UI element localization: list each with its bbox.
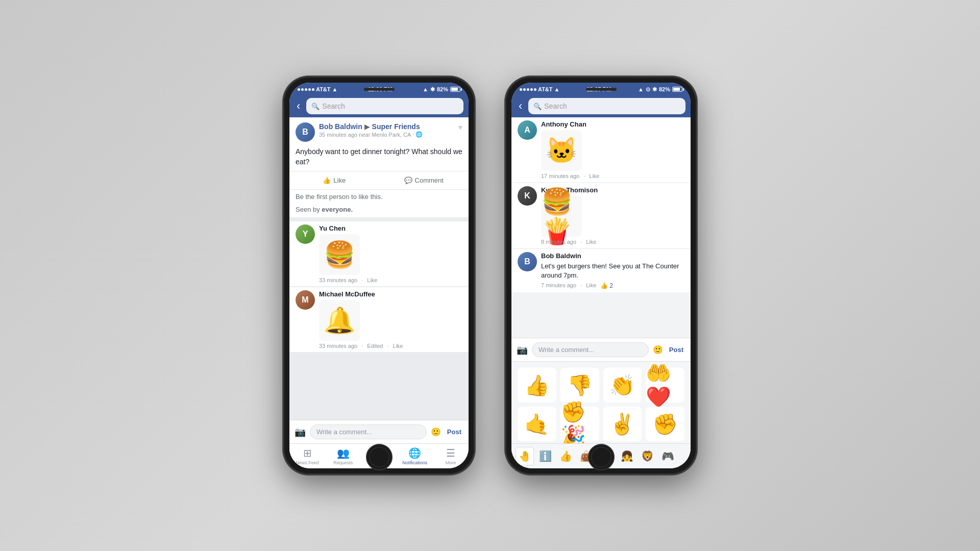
phone-1-home[interactable] xyxy=(366,444,393,470)
post-button-1[interactable]: Post xyxy=(445,428,463,436)
requests-icon: 👥 xyxy=(337,447,350,459)
post-meta-1: 35 minutes ago near Menlo Park, CA · 🌐 xyxy=(319,131,454,138)
sticker-tab-game[interactable]: 🎮 xyxy=(658,447,677,465)
post-author-1: Bob Baldwin ▶ Super Friends xyxy=(319,122,454,131)
sticker-peace[interactable]: ✌️ xyxy=(603,407,642,441)
sticker-tab-lion[interactable]: 🦁 xyxy=(638,447,656,465)
scroll-content-1[interactable]: B Bob Baldwin ▶ Super Friends 35 minutes… xyxy=(289,117,469,420)
sticker-tab-like[interactable]: 👍 xyxy=(556,447,575,465)
post-button-2[interactable]: Post xyxy=(667,346,685,354)
dot1 xyxy=(298,88,300,91)
back-button-1[interactable]: ‹ xyxy=(295,99,302,113)
scroll-content-2[interactable]: A Anthony Chan 🐱 17 minutes ago · Like xyxy=(511,117,691,338)
sticker-tab-hand[interactable]: 🤚 xyxy=(516,447,534,465)
like-icon-1: 👍 xyxy=(323,177,331,184)
status-right-1: ▲ ✱ 82% xyxy=(423,86,460,93)
nav-news-feed[interactable]: ⊞ News Feed xyxy=(289,444,325,468)
battery-icon-1 xyxy=(450,87,460,92)
carrier-2: AT&T xyxy=(538,86,553,92)
gps-icon-1: ▲ xyxy=(423,86,428,92)
sticker-thumbs-down[interactable]: 👎 xyxy=(560,368,599,403)
avatar-bob-1[interactable]: B xyxy=(296,122,315,142)
sticker-tab-info[interactable]: ℹ️ xyxy=(536,447,554,465)
comment-like-bob-reply[interactable]: Like xyxy=(586,282,596,289)
search-icon-1: 🔍 xyxy=(311,103,320,110)
avatar-bob-img-2: B xyxy=(518,252,537,271)
sticker-heart-hands[interactable]: 🤲❤️ xyxy=(646,368,684,403)
sticker-thumbs-up[interactable]: 👍 xyxy=(518,368,556,403)
dot5 xyxy=(312,88,314,91)
carrier-1: AT&T xyxy=(316,86,331,92)
phone-1-home-inner xyxy=(369,447,389,467)
post-options-1[interactable]: ▾ xyxy=(458,122,462,132)
status-right-2: ▲ ⊙ ✱ 82% xyxy=(638,86,682,93)
camera-icon-1[interactable]: 📷 xyxy=(295,427,306,438)
back-arrow-1: ‹ xyxy=(297,99,300,113)
comment-input-bar-2: 📷 Write a comment... 🙂 Post xyxy=(511,338,691,361)
avatar-kwame[interactable]: K xyxy=(518,186,537,206)
phone-1-speaker xyxy=(364,88,395,91)
seen-status-1: Seen by everyone. xyxy=(289,204,469,217)
bluetooth-icon-1: ✱ xyxy=(430,86,435,93)
camera-icon-2[interactable]: 📷 xyxy=(517,344,528,356)
avatar-michael[interactable]: M xyxy=(296,290,315,310)
search-bar-1[interactable]: 🔍 Search xyxy=(306,98,463,114)
likes-count-bob: 👍 2 xyxy=(600,282,613,289)
comment-meta-michael: 33 minutes ago · Edited · Like xyxy=(319,343,462,349)
comment-field-1[interactable]: Write a comment... xyxy=(310,424,427,439)
like-button-1[interactable]: 👍 Like xyxy=(289,172,379,188)
status-left-1: AT&T ▲ xyxy=(298,86,337,92)
comment-kwame: K Kwame Thomison 🍔🍟 8 minutes ago · Like xyxy=(511,183,691,248)
dot4 xyxy=(308,88,311,91)
avatar-yu[interactable]: Y xyxy=(296,224,315,244)
comment-author-michael: Michael McDuffee xyxy=(319,290,462,298)
status-left-2: AT&T ▲ xyxy=(520,86,559,92)
comment-anthony: A Anthony Chan 🐱 17 minutes ago · Like xyxy=(511,117,691,182)
gps-icon-2: ▲ xyxy=(638,86,644,92)
back-button-2[interactable]: ‹ xyxy=(517,99,524,113)
comment-like-michael[interactable]: Like xyxy=(393,343,403,349)
emoji-icon-2[interactable]: 🙂 xyxy=(653,345,663,355)
sticker-fist-bump[interactable]: ✊🎉 xyxy=(560,407,599,441)
nav-requests[interactable]: 👥 Requests xyxy=(325,444,361,468)
avatar-anthony[interactable]: A xyxy=(518,120,537,140)
avatar-yu-img: Y xyxy=(296,224,315,244)
phone-2-home[interactable] xyxy=(588,444,615,470)
comment-meta-yu: 33 minutes ago · Like xyxy=(319,277,462,283)
emoji-icon-1[interactable]: 🙂 xyxy=(431,427,441,437)
comment-content-anthony: Anthony Chan 🐱 17 minutes ago · Like xyxy=(541,120,684,179)
phone-2-home-inner xyxy=(591,447,611,467)
avatar-bob-2[interactable]: B xyxy=(518,252,537,271)
comment-meta-kwame: 8 minutes ago · Like xyxy=(541,239,684,245)
post-card-1: B Bob Baldwin ▶ Super Friends 35 minutes… xyxy=(289,117,469,217)
comment-button-1[interactable]: 💬 Comment xyxy=(379,172,469,188)
avatar-kwame-img: K xyxy=(518,186,537,206)
avatar-michael-img: M xyxy=(296,290,315,310)
like-status-1: Be the first person to like this. xyxy=(289,189,469,204)
sticker-raised-fist[interactable]: ✊ xyxy=(646,407,684,441)
sticker-hang-loose[interactable]: 🤙 xyxy=(518,407,556,441)
nav-more[interactable]: ☰ More xyxy=(433,444,469,468)
battery-pct-1: 82% xyxy=(437,86,448,92)
sticker-tab-girl[interactable]: 👧 xyxy=(618,447,636,465)
avatar-bob-img-1: B xyxy=(296,122,315,142)
battery-fill-1 xyxy=(451,88,458,91)
nav-bar-1: ‹ 🔍 Search xyxy=(289,95,469,117)
nav-notifications[interactable]: 🌐 Notifications xyxy=(397,444,433,468)
wifi-icon-1: ▲ xyxy=(332,86,338,92)
sticker-clap[interactable]: 👏 xyxy=(603,368,642,403)
comment-content-yu: Yu Chen 🍔 33 minutes ago · Like xyxy=(319,224,462,283)
news-feed-icon: ⊞ xyxy=(303,447,312,459)
comment-field-2[interactable]: Write a comment... xyxy=(532,342,649,357)
wifi-icon-2: ▲ xyxy=(554,86,560,92)
comment-icon-1: 💬 xyxy=(404,177,412,184)
search-placeholder-1: Search xyxy=(322,102,345,110)
post-actions-1: 👍 Like 💬 Comment xyxy=(289,171,469,189)
search-bar-2[interactable]: 🔍 Search xyxy=(528,98,685,114)
comment-like-anthony[interactable]: Like xyxy=(589,173,599,179)
comment-like-kwame[interactable]: Like xyxy=(586,239,596,245)
post-body-1: Anybody want to get dinner tonight? What… xyxy=(289,145,469,171)
comment-like-yu[interactable]: Like xyxy=(367,277,377,283)
post-header-1: B Bob Baldwin ▶ Super Friends 35 minutes… xyxy=(289,117,469,145)
comment-content-bob-reply: Bob Baldwin Let's get burgers then! See … xyxy=(541,252,684,289)
